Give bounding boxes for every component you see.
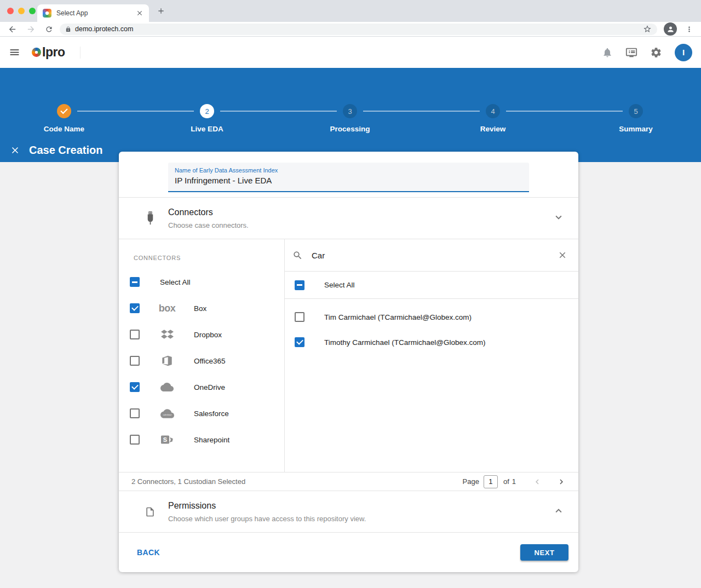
step-number: 4 — [491, 107, 495, 116]
connector-checkbox[interactable] — [130, 382, 140, 392]
browser-toolbar: demo.iprotech.com — [0, 22, 701, 37]
custodians-select-all[interactable]: Select All — [285, 272, 578, 299]
minimize-window-icon[interactable] — [18, 8, 25, 14]
step-label: Review — [422, 125, 564, 133]
connectors-panel: CONNECTORS Select All boxBoxDropboxOffic… — [119, 239, 285, 472]
connector-row-sharepoint[interactable]: SSharepoint — [119, 426, 284, 453]
step-code-name[interactable]: Code Name — [0, 104, 135, 133]
connectors-panel-caption: CONNECTORS — [119, 239, 284, 269]
search-icon — [292, 250, 303, 261]
profile-icon[interactable] — [664, 22, 677, 36]
connector-label: Sharepoint — [194, 436, 229, 444]
connectors-select-all[interactable]: Select All — [119, 269, 284, 295]
custodian-row[interactable]: Timothy Carmichael (TCarmichael@Globex.c… — [285, 330, 578, 355]
custodian-checkbox[interactable] — [295, 312, 304, 322]
step-circle: 4 — [486, 104, 500, 118]
star-icon[interactable] — [643, 25, 652, 33]
connector-label: Office365 — [194, 357, 226, 365]
bell-icon[interactable] — [602, 47, 613, 58]
connector-checkbox[interactable] — [130, 303, 140, 313]
ipro-logo-text: Ipro — [42, 45, 65, 60]
custodians-select-all-checkbox[interactable] — [295, 280, 304, 290]
refresh-icon[interactable] — [45, 25, 53, 33]
connector-row-box[interactable]: boxBox — [119, 295, 284, 321]
back-button[interactable]: BACK — [137, 548, 160, 557]
select-all-label: Select All — [324, 281, 355, 289]
screen: Select App demo.iprotech.com — [0, 0, 701, 588]
eda-name-field[interactable]: Name of Early Data Assessment Index — [168, 163, 529, 192]
total-pages: 1 — [512, 477, 516, 486]
url-text: demo.iprotech.com — [75, 25, 643, 33]
wizard-title: Case Creation — [29, 144, 103, 157]
select-all-label: Select All — [160, 278, 191, 286]
connectors-select-all-checkbox[interactable] — [130, 277, 140, 287]
address-bar[interactable]: demo.iprotech.com — [60, 24, 657, 35]
tab-close-icon[interactable] — [136, 9, 143, 17]
page-next-icon[interactable] — [556, 477, 566, 487]
gear-icon[interactable] — [650, 47, 662, 59]
user-avatar[interactable]: I — [675, 44, 692, 61]
browser-tabstrip: Select App — [0, 0, 701, 22]
clear-icon[interactable] — [558, 250, 567, 260]
new-tab-icon[interactable] — [157, 7, 165, 15]
case-creation-card: Name of Early Data Assessment Index Conn… — [119, 152, 578, 572]
hamburger-icon[interactable] — [9, 47, 20, 58]
header-divider — [80, 47, 81, 59]
window-controls[interactable] — [7, 8, 36, 14]
step-live-eda[interactable]: 2Live EDA — [136, 104, 278, 133]
office365-logo-icon — [158, 355, 176, 367]
connectors-subtitle: Choose case connectors. — [168, 221, 249, 229]
connector-label: OneDrive — [194, 383, 225, 391]
connector-label: Salesforce — [194, 410, 229, 418]
connector-row-dropbox[interactable]: Dropbox — [119, 321, 284, 348]
step-processing[interactable]: 3Processing — [279, 104, 421, 133]
step-number: 2 — [205, 107, 209, 116]
eda-name-label: Name of Early Data Assessment Index — [175, 167, 522, 174]
connector-checkbox[interactable] — [130, 408, 140, 418]
step-summary[interactable]: 5Summary — [565, 104, 701, 133]
page-input[interactable] — [484, 475, 498, 488]
search-input[interactable] — [312, 251, 558, 260]
back-arrow-icon[interactable] — [8, 25, 17, 34]
page-prev-icon[interactable] — [532, 477, 542, 487]
selection-footer: 2 Connectors, 1 Custodian Selected Page … — [119, 472, 578, 491]
connectors-section-header[interactable]: Connectors Choose case connectors. — [119, 198, 578, 239]
sharepoint-logo-icon: S — [158, 434, 176, 446]
step-label: Code Name — [0, 125, 135, 133]
dvr-icon[interactable] — [625, 47, 637, 59]
custodian-row[interactable]: Tim Carmichael (TCarmichael@Globex.com) — [285, 304, 578, 330]
connector-checkbox[interactable] — [130, 435, 140, 445]
connector-row-onedrive[interactable]: OneDrive — [119, 374, 284, 400]
connectors-title: Connectors — [168, 207, 249, 217]
custodian-search[interactable] — [285, 239, 578, 272]
step-review[interactable]: 4Review — [422, 104, 564, 133]
browser-tab[interactable]: Select App — [37, 4, 149, 22]
of-label: of — [503, 477, 509, 486]
maximize-window-icon[interactable] — [29, 8, 36, 14]
lock-icon — [65, 26, 71, 32]
custodian-checkbox[interactable] — [295, 337, 304, 347]
name-field-section: Name of Early Data Assessment Index — [119, 152, 578, 197]
custodian-label: Timothy Carmichael (TCarmichael@Globex.c… — [324, 338, 486, 347]
chevron-down-icon[interactable] — [553, 211, 565, 226]
close-window-icon[interactable] — [7, 8, 14, 14]
box-logo-icon: box — [158, 303, 176, 314]
close-icon[interactable] — [10, 145, 20, 155]
step-circle: 2 — [200, 104, 214, 118]
app-header: Ipro I — [0, 37, 701, 68]
next-button[interactable]: NEXT — [520, 544, 568, 561]
selection-status: 2 Connectors, 1 Custodian Selected — [131, 477, 245, 486]
connector-row-office365[interactable]: Office365 — [119, 348, 284, 374]
permissions-section-header[interactable]: Permissions Choose which user groups hav… — [119, 491, 578, 532]
chevron-up-icon[interactable] — [553, 505, 565, 519]
tab-title: Select App — [56, 9, 136, 17]
wizard-actions: BACK NEXT — [119, 533, 578, 572]
eda-name-input[interactable] — [175, 176, 522, 185]
permissions-subtitle: Choose which user groups have access to … — [168, 515, 366, 523]
wizard-band: Case Creation Code Name2Live EDA3Process… — [0, 68, 701, 162]
connector-checkbox[interactable] — [130, 330, 140, 339]
custodians-panel: Select All Tim Carmichael (TCarmichael@G… — [285, 239, 578, 472]
overflow-menu-icon[interactable] — [685, 25, 693, 33]
connector-row-salesforce[interactable]: salesforceSalesforce — [119, 400, 284, 426]
connector-checkbox[interactable] — [130, 356, 140, 366]
